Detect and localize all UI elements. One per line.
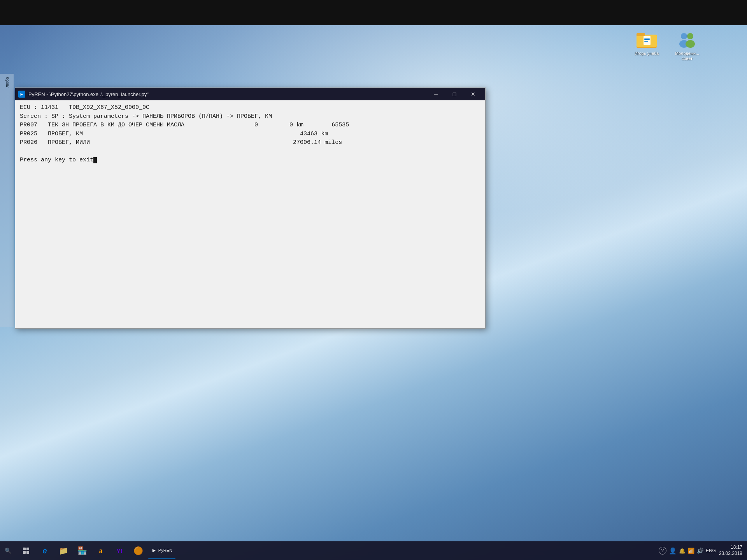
- cmd-titlebar: ► PyREN - \Python27\python.exe .\_pyren_…: [15, 88, 485, 100]
- minimize-button[interactable]: ─: [427, 88, 445, 100]
- svg-rect-4: [644, 38, 650, 38]
- cmd-cursor: [93, 157, 97, 163]
- app6-button[interactable]: 🟠: [130, 542, 147, 559]
- taskbar-search[interactable]: 🔍: [0, 548, 16, 554]
- cmd-window-title: PyREN - \Python27\python.exe .\_pyren_la…: [28, 91, 424, 97]
- cmd-line-2: Screen : SP : System parameters -> ПАНЕЛ…: [20, 112, 480, 121]
- taskbar-time: 18:17: [731, 544, 742, 551]
- people-icon: [677, 29, 697, 49]
- folder-icon-label: Игорь учеба: [635, 51, 659, 56]
- taskbar-cmd-icon: ►: [151, 547, 157, 553]
- notifications-icon[interactable]: 🔔: [679, 548, 686, 554]
- svg-point-11: [686, 35, 688, 37]
- cmd-content: ECU : 11431 TDB_X92_X67_X52_0000_0C Scre…: [15, 100, 485, 328]
- cmd-window-icon: ►: [18, 91, 25, 98]
- svg-rect-5: [644, 39, 650, 40]
- svg-rect-3: [644, 36, 651, 45]
- svg-rect-12: [23, 548, 26, 550]
- svg-rect-6: [644, 41, 648, 42]
- taskbar-system-icons: ? 👤 🔔 📶 🔊 ENG: [659, 547, 716, 555]
- people-taskbar-icon[interactable]: 👤: [669, 547, 677, 555]
- svg-rect-2: [637, 33, 645, 36]
- taskbar-pinned-apps: e 📁 🏪 a Y! 🟠: [16, 542, 148, 559]
- taskbar-right: ? 👤 🔔 📶 🔊 ENG 18:17 23.02.2019: [659, 544, 747, 556]
- maximize-button[interactable]: □: [445, 88, 463, 100]
- cmd-line-4: PR025 ПРОБЕГ, КМ 43463 km: [20, 130, 480, 139]
- task-view-button[interactable]: [18, 542, 35, 559]
- edge-browser-button[interactable]: e: [36, 542, 53, 559]
- close-button[interactable]: ✕: [464, 88, 482, 100]
- left-panel: люба: [0, 74, 14, 327]
- cmd-window-controls: ─ □ ✕: [427, 88, 482, 100]
- search-icon: 🔍: [5, 548, 11, 554]
- cmd-line-7: Press any key to exit: [20, 156, 480, 165]
- cmd-line-5: PR026 ПРОБЕГ, МИЛИ 27006.14 miles: [20, 138, 480, 147]
- folder-icon: [637, 29, 657, 49]
- taskbar-date: 23.02.2019: [719, 551, 742, 557]
- help-icon[interactable]: ?: [659, 547, 666, 555]
- taskbar-cmd-label: PyREN: [158, 548, 172, 553]
- yahoo-button[interactable]: Y!: [111, 542, 128, 559]
- desktop: Игорь учеба Молодежн... совет люба: [0, 0, 747, 560]
- left-panel-text: люба: [5, 77, 9, 88]
- taskbar-cmd-app[interactable]: ► PyREN: [148, 542, 175, 559]
- file-explorer-button[interactable]: 📁: [55, 542, 72, 559]
- cmd-line-1: ECU : 11431 TDB_X92_X67_X52_0000_0C: [20, 103, 480, 112]
- taskbar: 🔍 e 📁 🏪 a Y! 🟠 ► PyREN: [0, 541, 747, 560]
- taskbar-clock[interactable]: 18:17 23.02.2019: [719, 544, 742, 556]
- cmd-line-3: PR007 ТЕК ЗН ПРОБЕГА В КМ ДО ОЧЕР СМЕНЫ …: [20, 121, 480, 130]
- language-indicator[interactable]: ENG: [706, 548, 716, 553]
- amazon-button[interactable]: a: [92, 542, 109, 559]
- network-icon[interactable]: 📶: [688, 548, 694, 554]
- svg-rect-13: [26, 548, 29, 550]
- svg-point-10: [686, 40, 695, 48]
- store-button[interactable]: 🏪: [74, 542, 91, 559]
- cmd-window[interactable]: ► PyREN - \Python27\python.exe .\_pyren_…: [15, 88, 486, 329]
- desktop-icon-folder[interactable]: Игорь учеба: [630, 29, 664, 61]
- desktop-icons: Игорь учеба Молодежн... совет: [630, 29, 704, 61]
- svg-rect-15: [26, 551, 29, 554]
- svg-rect-14: [23, 551, 26, 554]
- bezel-top: [0, 0, 747, 25]
- desktop-icon-people[interactable]: Молодежн... совет: [670, 29, 704, 61]
- people-icon-label: Молодежн... совет: [670, 51, 704, 61]
- volume-icon[interactable]: 🔊: [697, 548, 703, 554]
- cmd-line-6: [20, 147, 480, 156]
